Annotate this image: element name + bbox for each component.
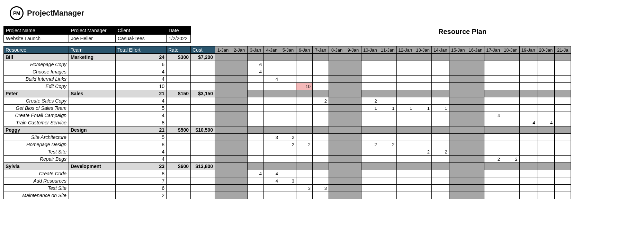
cell-day[interactable] (329, 177, 345, 185)
cell-day[interactable] (519, 192, 537, 199)
cell-day[interactable] (215, 148, 231, 156)
cell-day[interactable] (296, 156, 313, 163)
cell-resource[interactable]: Add Resources (4, 177, 69, 185)
cell-day[interactable] (467, 126, 484, 134)
cell-day[interactable] (467, 68, 484, 76)
cell-day[interactable] (467, 170, 484, 177)
cell-day[interactable] (502, 134, 520, 141)
cell-rate[interactable] (167, 185, 191, 192)
cell-day[interactable] (537, 68, 555, 76)
cell-rate[interactable] (167, 61, 191, 68)
cell-day[interactable] (329, 119, 345, 126)
cell-day[interactable] (280, 68, 296, 76)
col-day[interactable]: 13-Jan (414, 46, 432, 54)
cell-day[interactable] (215, 119, 231, 126)
cell-day[interactable] (449, 119, 467, 126)
cell-day[interactable] (449, 76, 467, 83)
cell-cost[interactable]: $7,200 (191, 54, 215, 61)
cell-day[interactable] (313, 156, 329, 163)
cell-day[interactable] (467, 105, 484, 112)
cell-day[interactable] (361, 126, 379, 134)
cell-resource[interactable]: Choose Images (4, 68, 69, 76)
cell-total-effort[interactable]: 21 (116, 126, 167, 134)
cell-day[interactable] (248, 134, 264, 141)
cell-day[interactable] (231, 177, 248, 185)
cell-day[interactable] (432, 97, 449, 105)
cell-day[interactable] (414, 185, 432, 192)
col-day[interactable]: 2-Jan (231, 46, 248, 54)
cell-day[interactable] (361, 76, 379, 83)
cell-day[interactable] (449, 185, 467, 192)
cell-day[interactable] (313, 90, 329, 97)
cell-day[interactable] (313, 105, 329, 112)
cell-day[interactable] (467, 148, 484, 156)
cell-day[interactable] (484, 141, 502, 148)
cell-day[interactable] (432, 177, 449, 185)
cell-day[interactable] (484, 105, 502, 112)
cell-total-effort[interactable]: 4 (116, 148, 167, 156)
cell-total-effort[interactable]: 8 (116, 170, 167, 177)
cell-day[interactable] (379, 68, 396, 76)
cell-resource[interactable]: Sylvia (4, 163, 69, 170)
cell-day[interactable] (345, 163, 361, 170)
cell-day[interactable] (345, 105, 361, 112)
cell-day[interactable] (361, 148, 379, 156)
col-team[interactable]: Team (69, 46, 116, 54)
cell-day[interactable] (519, 54, 537, 61)
cell-team[interactable] (69, 134, 116, 141)
cell-day[interactable] (467, 61, 484, 68)
cell-day[interactable]: 4 (264, 170, 280, 177)
cell-day[interactable] (414, 112, 432, 119)
cell-day[interactable] (313, 148, 329, 156)
cell-team[interactable]: Development (69, 163, 116, 170)
cell-day[interactable] (449, 126, 467, 134)
cell-day[interactable] (502, 61, 520, 68)
col-day[interactable]: 3-Jan (248, 46, 264, 54)
cell-day[interactable] (396, 112, 414, 119)
cell-rate[interactable] (167, 148, 191, 156)
cell-day[interactable] (432, 126, 449, 134)
cell-day[interactable] (414, 61, 432, 68)
cell-day[interactable] (519, 83, 537, 90)
cell-day[interactable]: 4 (248, 68, 264, 76)
cell-resource[interactable]: Site Architecture (4, 134, 69, 141)
cell-day[interactable] (555, 126, 571, 134)
cell-day[interactable] (379, 119, 396, 126)
cell-day[interactable] (379, 177, 396, 185)
cell-rate[interactable] (167, 177, 191, 185)
cell-day[interactable] (449, 97, 467, 105)
cell-day[interactable] (329, 185, 345, 192)
cell-team[interactable] (69, 185, 116, 192)
cell-day[interactable] (264, 54, 280, 61)
cell-cost[interactable] (191, 68, 215, 76)
cell-day[interactable]: 2 (361, 141, 379, 148)
cell-day[interactable] (519, 185, 537, 192)
cell-total-effort[interactable]: 4 (116, 112, 167, 119)
cell-day[interactable] (329, 163, 345, 170)
cell-day[interactable] (555, 185, 571, 192)
cell-day[interactable] (414, 97, 432, 105)
cell-day[interactable] (329, 83, 345, 90)
cell-day[interactable] (414, 119, 432, 126)
cell-day[interactable]: 4 (264, 76, 280, 83)
cell-rate[interactable] (167, 192, 191, 199)
cell-day[interactable] (432, 119, 449, 126)
cell-day[interactable]: 2 (280, 134, 296, 141)
cell-team[interactable] (69, 105, 116, 112)
cell-resource[interactable]: Test Site (4, 148, 69, 156)
cell-day[interactable] (467, 134, 484, 141)
cell-day[interactable] (361, 156, 379, 163)
cell-day[interactable] (432, 90, 449, 97)
cell-day[interactable] (215, 163, 231, 170)
cell-day[interactable]: 3 (264, 134, 280, 141)
col-day[interactable]: 4-Jan (264, 46, 280, 54)
cell-day[interactable] (555, 90, 571, 97)
cell-day[interactable] (361, 112, 379, 119)
cell-day[interactable] (414, 170, 432, 177)
cell-day[interactable] (215, 83, 231, 90)
cell-day[interactable] (313, 119, 329, 126)
cell-day[interactable] (231, 61, 248, 68)
cell-day[interactable] (414, 134, 432, 141)
cell-day[interactable] (502, 141, 520, 148)
cell-resource[interactable]: Edit Copy (4, 83, 69, 90)
